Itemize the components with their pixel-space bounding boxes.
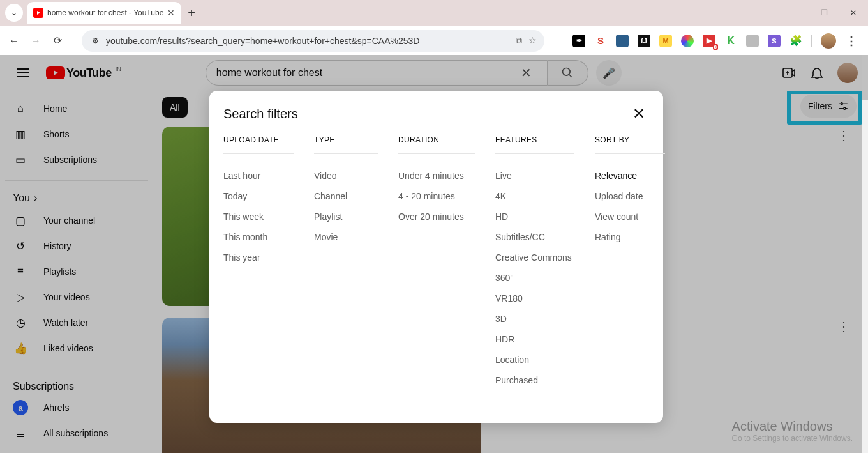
filter-option[interactable]: Creative Commons <box>495 247 574 268</box>
forward-button[interactable]: → <box>27 32 45 50</box>
filter-option[interactable]: View count <box>595 206 665 227</box>
filter-column-sort-by: Sort by Relevance Upload date View count… <box>595 135 665 390</box>
filter-option[interactable]: Rating <box>595 227 665 247</box>
filter-option[interactable]: Playlist <box>314 206 378 227</box>
tab-title: home workout for chest - YouTube <box>47 8 163 17</box>
filter-option[interactable]: 360° <box>495 268 574 288</box>
filter-option[interactable]: Purchased <box>495 370 574 390</box>
filter-option[interactable]: Video <box>314 165 378 186</box>
youtube-favicon <box>33 8 43 18</box>
extension-icon[interactable]: S <box>768 35 781 47</box>
filter-option[interactable]: Subtitles/CC <box>495 227 574 247</box>
separator <box>811 35 812 47</box>
extensions-row: ✒ S fJ M ▶8 K S 🧩 ⋮ <box>572 33 863 49</box>
extensions-menu-icon[interactable]: 🧩 <box>789 35 802 47</box>
filter-column-type: Type Video Channel Playlist Movie <box>314 135 378 390</box>
window-controls: — ❐ ✕ <box>780 0 868 26</box>
filter-option[interactable]: 4K <box>495 186 574 206</box>
filter-option[interactable]: Channel <box>314 186 378 206</box>
filter-columns: Upload date Last hour Today This week Th… <box>223 135 649 390</box>
install-app-icon[interactable]: ⧉ <box>516 35 522 46</box>
dialog-header: Search filters ✕ <box>223 105 649 123</box>
profile-avatar[interactable] <box>821 33 836 49</box>
maximize-button[interactable]: ❐ <box>809 0 839 26</box>
filter-option[interactable]: This year <box>223 247 294 268</box>
dialog-close-button[interactable]: ✕ <box>629 105 649 123</box>
extension-icon[interactable] <box>681 35 694 47</box>
filter-column-duration: Duration Under 4 minutes 4 - 20 minutes … <box>398 135 475 390</box>
filter-column-upload-date: Upload date Last hour Today This week Th… <box>223 135 294 390</box>
filter-column-header: Features <box>495 135 574 154</box>
dialog-title: Search filters <box>223 107 298 121</box>
browser-toolbar: ← → ⟳ ⚙ youtube.com/results?search_query… <box>0 26 868 55</box>
filter-column-header: Duration <box>398 135 475 154</box>
address-bar[interactable]: ⚙ youtube.com/results?search_query=home+… <box>82 30 544 52</box>
extension-icon[interactable]: fJ <box>638 35 650 47</box>
tab-search-button[interactable]: ⌄ <box>5 4 23 22</box>
scrollbar-thumb[interactable] <box>862 55 868 100</box>
extension-icon[interactable]: K <box>724 35 737 47</box>
filter-option[interactable]: Today <box>223 186 294 206</box>
filter-option[interactable]: HD <box>495 206 574 227</box>
filter-option[interactable]: This week <box>223 206 294 227</box>
tab-close-icon[interactable]: ✕ <box>167 8 175 18</box>
extension-icon[interactable]: S <box>594 35 607 47</box>
bookmark-icon[interactable]: ☆ <box>528 35 537 46</box>
url-text: youtube.com/results?search_query=home+wo… <box>106 36 419 46</box>
extension-icon[interactable]: M <box>659 35 672 47</box>
filter-column-header: Upload date <box>223 135 294 154</box>
extension-icon[interactable]: ▶8 <box>703 35 715 47</box>
filter-option[interactable]: VR180 <box>495 288 574 309</box>
extension-icon[interactable] <box>616 35 629 47</box>
close-window-button[interactable]: ✕ <box>839 0 868 26</box>
extension-icon[interactable] <box>746 35 759 47</box>
search-filters-dialog: Search filters ✕ Upload date Last hour T… <box>209 91 663 423</box>
filter-option[interactable]: Movie <box>314 227 378 247</box>
filter-option[interactable]: Last hour <box>223 165 294 186</box>
filter-option[interactable]: This month <box>223 227 294 247</box>
filter-option[interactable]: Relevance <box>595 165 665 186</box>
filter-option[interactable]: HDR <box>495 329 574 349</box>
filter-option[interactable]: Upload date <box>595 186 665 206</box>
filter-option[interactable]: 4 - 20 minutes <box>398 186 475 206</box>
filter-column-features: Features Live 4K HD Subtitles/CC Creativ… <box>495 135 574 390</box>
filter-option[interactable]: Live <box>495 165 574 186</box>
back-button[interactable]: ← <box>5 32 23 50</box>
browser-titlebar: ⌄ home workout for chest - YouTube ✕ + —… <box>0 0 868 26</box>
filter-column-header: Sort by <box>595 135 665 154</box>
reload-button[interactable]: ⟳ <box>49 32 66 50</box>
new-tab-button[interactable]: + <box>188 6 195 20</box>
filter-option[interactable]: Under 4 minutes <box>398 165 475 186</box>
minimize-button[interactable]: — <box>780 0 809 26</box>
chrome-menu-icon[interactable]: ⋮ <box>845 35 858 47</box>
page-scrollbar[interactable] <box>862 55 868 453</box>
extension-icon[interactable]: ✒ <box>572 35 585 47</box>
browser-tab[interactable]: home workout for chest - YouTube ✕ <box>27 2 181 24</box>
filter-option[interactable]: Over 20 minutes <box>398 206 475 227</box>
filter-option[interactable]: 3D <box>495 309 574 329</box>
site-info-icon[interactable]: ⚙ <box>89 35 101 47</box>
filter-column-header: Type <box>314 135 378 154</box>
filter-option[interactable]: Location <box>495 349 574 370</box>
